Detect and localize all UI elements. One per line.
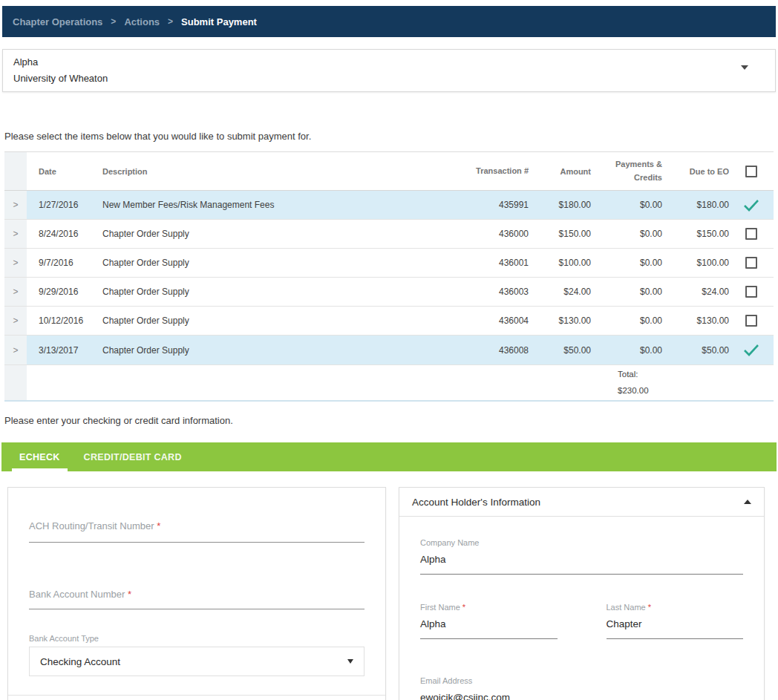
- cell-transaction: 435991: [460, 191, 529, 219]
- cell-date: 1/27/2016: [27, 191, 95, 219]
- required-asterisk: *: [648, 603, 651, 612]
- cell-date: 8/24/2016: [27, 220, 95, 248]
- row-checkbox[interactable]: [745, 286, 757, 298]
- tab-credit-debit-card[interactable]: CREDIT/DEBIT CARD: [76, 442, 189, 471]
- cell-amount: $50.00: [529, 336, 591, 364]
- row-expand-chevron-icon[interactable]: >: [4, 278, 27, 306]
- first-name-label: First Name *: [420, 603, 558, 612]
- breadcrumb-separator-icon: >: [102, 16, 124, 27]
- checked-checkmark-icon[interactable]: [742, 343, 760, 357]
- last-name-input[interactable]: Chapter: [607, 618, 744, 639]
- echeck-form-panel: ACH Routing/Transit Number * Bank Accoun…: [7, 487, 386, 700]
- breadcrumb-separator-icon: >: [160, 16, 181, 27]
- select-all-checkbox[interactable]: [745, 166, 757, 177]
- cell-transaction: 436000: [460, 220, 529, 248]
- breadcrumb-actions[interactable]: Actions: [124, 16, 160, 27]
- table-total-row: Total: $230.00: [4, 364, 774, 400]
- institution-name: University of Wheaton: [13, 73, 765, 84]
- cell-checkbox: [729, 336, 774, 364]
- table-row: > 3/13/2017 Chapter Order Supply 436008 …: [4, 336, 774, 364]
- cell-date: 10/12/2016: [27, 307, 95, 335]
- cell-amount: $130.00: [529, 307, 591, 335]
- cell-payments-credits: $0.00: [591, 220, 662, 248]
- cell-amount: $24.00: [529, 278, 591, 306]
- cell-due-to-eo: $24.00: [662, 278, 729, 306]
- cell-amount: $180.00: [529, 191, 591, 219]
- checked-checkmark-icon[interactable]: [742, 198, 760, 212]
- dropdown-caret-icon: [347, 659, 353, 664]
- bank-account-type-select[interactable]: Checking Account: [29, 647, 365, 676]
- cell-checkbox: [729, 278, 774, 306]
- cell-description: Chapter Order Supply: [95, 307, 460, 335]
- row-checkbox[interactable]: [745, 257, 757, 269]
- row-expand-chevron-icon[interactable]: >: [4, 336, 27, 364]
- payment-method-tabs: ECHECK CREDIT/DEBIT CARD: [1, 442, 777, 471]
- col-header-date: Date: [27, 152, 95, 190]
- last-name-label: Last Name *: [607, 603, 744, 612]
- total-label: Total:: [618, 367, 638, 382]
- account-holder-panel: Account Holder's Information Company Nam…: [399, 487, 765, 700]
- row-expand-chevron-icon[interactable]: >: [4, 191, 27, 219]
- cell-date: 9/7/2016: [27, 249, 95, 277]
- cell-due-to-eo: $180.00: [662, 191, 729, 219]
- breadcrumb-chapter-operations[interactable]: Chapter Operations: [13, 16, 102, 27]
- cell-checkbox: [729, 191, 774, 219]
- cell-date: 9/29/2016: [27, 278, 95, 306]
- account-holder-header[interactable]: Account Holder's Information: [399, 488, 764, 517]
- table-row: > 9/7/2016 Chapter Order Supply 436001 $…: [4, 249, 774, 278]
- required-asterisk: *: [462, 603, 465, 612]
- total-value: $230.00: [618, 383, 649, 399]
- enter-payment-instruction: Please enter your checking or credit car…: [4, 415, 778, 426]
- cell-description: Chapter Order Supply: [95, 220, 460, 248]
- table-row: > 9/29/2016 Chapter Order Supply 436003 …: [4, 278, 774, 307]
- ach-routing-label: ACH Routing/Transit Number *: [29, 520, 365, 531]
- cell-amount: $150.00: [529, 220, 591, 248]
- chevron-down-icon[interactable]: [741, 65, 748, 70]
- tab-echeck[interactable]: ECHECK: [12, 442, 68, 471]
- cell-checkbox: [729, 220, 774, 248]
- cell-payments-credits: $0.00: [591, 307, 662, 335]
- table-row: > 10/12/2016 Chapter Order Supply 436004…: [4, 307, 774, 336]
- cell-due-to-eo: $100.00: [662, 249, 729, 277]
- bank-account-type-value: Checking Account: [40, 656, 347, 667]
- cell-payments-credits: $0.00: [591, 278, 662, 306]
- row-checkbox[interactable]: [745, 228, 757, 240]
- row-checkbox[interactable]: [745, 315, 757, 327]
- col-header-due-to-eo: Due to EO: [662, 152, 729, 190]
- cell-payments-credits: $0.00: [591, 191, 662, 219]
- chapter-selector[interactable]: Alpha University of Wheaton: [2, 49, 776, 92]
- cell-transaction: 436003: [460, 278, 529, 306]
- company-name-label: Company Name: [420, 538, 743, 547]
- form-divider: [8, 695, 385, 696]
- cell-description: Chapter Order Supply: [95, 336, 460, 364]
- chapter-name: Alpha: [13, 56, 765, 68]
- email-address-label: Email Address: [420, 676, 743, 685]
- col-header-amount: Amount: [529, 152, 591, 190]
- first-name-input[interactable]: Alpha: [420, 618, 558, 639]
- cell-due-to-eo: $150.00: [662, 220, 729, 248]
- row-expand-chevron-icon[interactable]: >: [4, 307, 27, 335]
- bank-account-type-label: Bank Account Type: [29, 634, 365, 643]
- cell-date: 3/13/2017: [27, 336, 95, 364]
- cell-description: Chapter Order Supply: [95, 278, 460, 306]
- cell-description: Chapter Order Supply: [95, 249, 460, 277]
- cell-amount: $100.00: [529, 249, 591, 277]
- cell-description: New Member Fees/Risk Management Fees: [95, 191, 460, 219]
- email-address-input[interactable]: ewojcik@csiinc.com: [420, 692, 743, 700]
- col-header-payments-credits: Payments & Credits: [591, 152, 662, 190]
- cell-transaction: 436008: [460, 336, 529, 364]
- required-asterisk: *: [157, 520, 160, 531]
- company-name-input[interactable]: Alpha: [420, 554, 743, 575]
- table-row: > 1/27/2016 New Member Fees/Risk Managem…: [4, 191, 774, 220]
- col-header-description: Description: [95, 152, 460, 190]
- cell-due-to-eo: $50.00: [662, 336, 729, 364]
- collapse-caret-icon[interactable]: [744, 500, 751, 504]
- bank-account-number-input[interactable]: [29, 609, 365, 609]
- col-header-transaction: Transaction #: [460, 152, 529, 190]
- row-expand-chevron-icon[interactable]: >: [4, 220, 27, 248]
- ach-routing-input[interactable]: [29, 542, 365, 543]
- row-expand-chevron-icon[interactable]: >: [4, 249, 27, 277]
- invoice-table: Date Description Transaction # Amount Pa…: [4, 151, 774, 402]
- cell-payments-credits: $0.00: [591, 249, 662, 277]
- account-holder-title: Account Holder's Information: [412, 497, 540, 508]
